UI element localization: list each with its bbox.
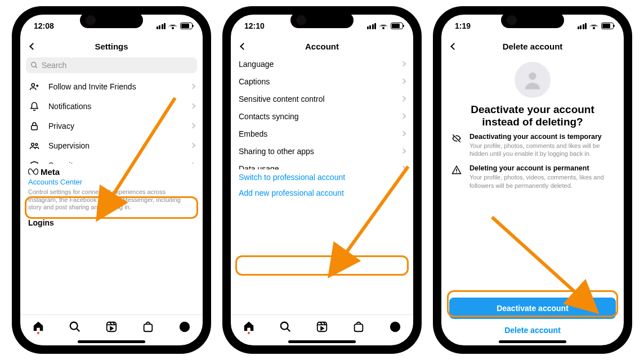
search-input[interactable]: Search	[26, 57, 197, 73]
chevron-right-icon	[401, 114, 406, 119]
svg-rect-3	[32, 125, 38, 130]
tab-home[interactable]	[32, 320, 45, 333]
nav-header: Delete account	[441, 37, 624, 55]
battery-icon	[601, 22, 614, 29]
dynamic-island	[501, 12, 564, 28]
tab-profile[interactable]	[388, 320, 402, 334]
row-label: Language	[239, 60, 401, 69]
back-button[interactable]	[236, 39, 250, 53]
row-label: Sharing to other apps	[239, 147, 401, 156]
wifi-icon	[168, 22, 177, 29]
shield-icon	[28, 160, 41, 164]
info-heading: Deleting your account is permanent	[469, 164, 614, 172]
cellular-icon	[578, 23, 587, 29]
svg-point-5	[35, 143, 38, 145]
deactivate-heading: Deactivate your account instead of delet…	[441, 104, 624, 128]
svg-rect-18	[317, 322, 327, 331]
account-list: Language Captions Sensitive content cont…	[231, 55, 413, 169]
annotation-arrow	[492, 217, 593, 309]
svg-line-23	[492, 217, 579, 296]
chevron-right-icon	[190, 104, 196, 109]
chevron-right-icon	[401, 79, 406, 84]
info-point: Deleting your account is permanent Your …	[441, 160, 624, 192]
status-time: 12:08	[34, 21, 54, 30]
dynamic-island	[80, 12, 143, 28]
delete-account-link[interactable]: Delete account	[441, 322, 624, 340]
tab-reels[interactable]	[315, 320, 329, 334]
avatar-placeholder	[515, 62, 551, 98]
eye-off-icon	[451, 133, 464, 158]
chevron-left-icon	[240, 43, 247, 50]
search-placeholder: Search	[42, 61, 66, 70]
chevron-right-icon	[401, 61, 406, 67]
row-label: Follow and Invite Friends	[48, 82, 191, 91]
lock-icon	[28, 121, 41, 131]
wifi-icon	[589, 22, 598, 29]
back-button[interactable]	[26, 39, 39, 53]
phone-frame-1: 12:08 Settings Search Follow and Invite …	[12, 7, 211, 353]
info-description: Your profile, photos, comments and likes…	[469, 142, 614, 158]
row-label: Captions	[239, 77, 401, 86]
svg-line-11	[77, 328, 80, 331]
account-row-captions[interactable]: Captions	[231, 73, 413, 90]
settings-row-person-plus[interactable]: Follow and Invite Friends	[20, 76, 203, 96]
account-row-language[interactable]: Language	[231, 55, 413, 73]
svg-point-2	[32, 83, 34, 86]
svg-rect-19	[354, 324, 363, 331]
back-button[interactable]	[447, 39, 460, 53]
tab-bar	[231, 314, 413, 340]
person-plus-icon	[28, 82, 41, 92]
account-row-sharing-to-other-apps[interactable]: Sharing to other apps	[231, 142, 413, 160]
status-time: 1:19	[455, 21, 471, 30]
info-heading: Deactivating your account is temporary	[469, 133, 614, 141]
home-indicator	[288, 340, 356, 343]
tab-reels[interactable]	[105, 320, 118, 334]
annotation-arrow	[327, 166, 411, 270]
people-icon	[28, 141, 41, 151]
nav-header: Account	[231, 37, 413, 55]
chevron-right-icon	[190, 84, 196, 89]
svg-line-15	[110, 98, 175, 199]
page-title: Settings	[95, 42, 128, 51]
tab-search[interactable]	[68, 320, 82, 334]
svg-line-1	[35, 66, 37, 68]
tab-home[interactable]	[242, 320, 256, 333]
row-label: Embeds	[239, 129, 401, 138]
meta-logo-icon	[28, 168, 38, 175]
bell-icon	[28, 101, 41, 111]
svg-point-14	[179, 321, 189, 331]
svg-line-21	[343, 166, 408, 256]
info-description: Your profile, photos, videos, comments, …	[469, 173, 614, 190]
tab-bar	[20, 314, 203, 340]
svg-point-16	[281, 322, 288, 329]
logins-header: Logins	[20, 212, 203, 227]
tab-shop[interactable]	[352, 320, 365, 334]
dynamic-island	[290, 12, 354, 28]
person-icon	[521, 69, 544, 91]
phone-frame-3: 1:19 Delete account Deactivate your acco…	[433, 7, 632, 353]
svg-line-17	[287, 328, 290, 331]
svg-point-22	[529, 73, 536, 80]
chevron-right-icon	[401, 148, 406, 154]
phone-frame-2: 12:10 Account Language Captions Sensitiv…	[223, 7, 421, 353]
chevron-right-icon	[401, 96, 406, 102]
account-row-sensitive-content-control[interactable]: Sensitive content control	[231, 90, 413, 107]
svg-point-4	[32, 143, 34, 146]
status-time: 12:10	[244, 21, 265, 30]
battery-icon	[180, 22, 193, 29]
svg-point-0	[32, 62, 36, 67]
tab-profile[interactable]	[178, 320, 191, 334]
svg-rect-12	[107, 322, 117, 331]
tab-shop[interactable]	[141, 320, 155, 334]
warning-icon	[451, 165, 464, 190]
chevron-right-icon	[190, 163, 196, 164]
svg-point-10	[70, 322, 78, 329]
account-row-embeds[interactable]: Embeds	[231, 125, 413, 142]
chevron-left-icon	[29, 43, 37, 50]
cellular-icon	[367, 23, 377, 29]
page-title: Account	[305, 42, 339, 51]
account-row-contacts-syncing[interactable]: Contacts syncing	[231, 107, 413, 125]
home-indicator	[499, 340, 566, 343]
tab-search[interactable]	[279, 320, 292, 334]
info-point: Deactivating your account is temporary Y…	[441, 128, 624, 160]
